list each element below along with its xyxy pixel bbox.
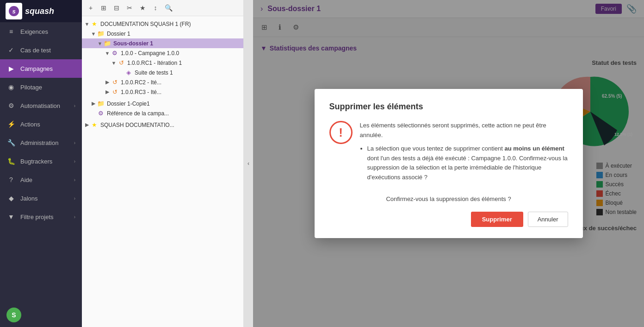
toggle-campagne100: ▼ [104,50,111,56]
node-label-reference: Référence de la campa... [107,110,169,117]
modal-bullet: La sélection que vous tentez de supprime… [367,144,568,182]
sidebar-item-bugtrackers[interactable]: 🐛 Bugtrackers › [0,152,82,170]
star-icon-root: ★ [90,20,99,27]
filtre-projets-icon: ▼ [6,212,16,221]
sidebar-item-pilotage[interactable]: ◉ Pilotage [0,78,82,96]
modal-text: Les éléments sélectionnés seront supprim… [360,121,568,186]
node-label-suite1: Suite de tests 1 [135,69,173,76]
tree-panel: + ⊞ ⊟ ✂ ★ ↕ 🔍 ▼ ★ DOCUMENTATION SQUASH 1… [82,0,244,327]
star-icon-squash: ★ [90,121,99,128]
modal-title: Supprimer les éléments [329,102,568,112]
tree-node-iter2[interactable]: ▶ ↺ 1.0.0.RC2 - Ité... [82,77,243,87]
tree-toolbar: + ⊞ ⊟ ✂ ★ ↕ 🔍 [82,0,243,16]
node-label-iter3: 1.0.0.RC3 - Ité... [121,89,161,95]
bugtrackers-icon: 🐛 [6,157,16,166]
right-panel: › Sous-dossier 1 Favori 📎 ⊞ ℹ ⚙ ▼ Statis… [253,0,644,327]
iteration-icon-1: ↺ [117,59,125,66]
campagnes-icon: ▶ [6,64,16,73]
main-area: + ⊞ ⊟ ✂ ★ ↕ 🔍 ▼ ★ DOCUMENTATION SQUASH 1… [82,0,644,327]
pilotage-icon: ◉ [6,82,16,92]
tree-sort-icon[interactable]: ↕ [150,3,161,13]
sidebar: s squash ≡ Exigences ✓ Cas de test ▶ Cam… [0,0,82,327]
collapse-button[interactable]: ‹ [244,0,253,327]
node-label-squash-doc: SQUASH DOCUMENTATIO... [100,122,174,128]
modal-confirm: Confirmez-vous la suppression des élémen… [329,195,568,202]
node-label-iter2: 1.0.0.RC2 - Ité... [121,79,161,86]
tree-node-dossier1copie[interactable]: ▶ 📁 Dossier 1-Copie1 [82,99,243,108]
modal-body: ! Les éléments sélectionnés seront suppr… [329,121,568,186]
modal-cancel-button[interactable]: Annuler [528,212,568,227]
node-label-iter1: 1.0.0.RC1 - Itération 1 [127,60,182,66]
sidebar-logo: s squash [0,0,82,22]
logo-text: squash [25,6,54,16]
modal-bullet-bold: au moins un élément [505,145,564,152]
tree-node-reference[interactable]: ⚙ Référence de la campa... [82,108,243,118]
iteration-icon-2: ↺ [111,79,119,86]
avatar[interactable]: S [6,308,21,322]
toggle-sous-dossier1: ▼ [97,41,103,46]
modal-bullet-text: La sélection que vous tentez de supprime… [367,145,505,152]
sidebar-item-actions[interactable]: ⚡ Actions [0,115,82,133]
exigences-icon: ≡ [6,27,16,36]
tree-node-iter1[interactable]: ▼ ↺ 1.0.0.RC1 - Itération 1 [82,58,243,68]
tree-node-iter3[interactable]: ▶ ↺ 1.0.0.RC3 - Ité... [82,87,243,97]
folder-icon-sous-dossier1: 📁 [103,40,111,47]
bugtrackers-arrow: › [74,159,75,164]
tree-node-campagne100[interactable]: ▼ ⚙ 1.0.0 - Campagne 1.0.0 [82,48,243,58]
tree-star-icon[interactable]: ★ [137,3,148,13]
svg-text:s: s [12,8,15,15]
node-label-dossier1copie: Dossier 1-Copie1 [107,101,150,107]
administration-arrow: › [74,140,75,145]
modal-intro: Les éléments sélectionnés seront supprim… [360,122,546,138]
administration-icon: 🔧 [6,138,16,147]
automatisation-arrow: › [74,103,75,108]
tree-cut-icon[interactable]: ⊟ [111,3,122,13]
modal-actions: Supprimer Annuler [329,212,568,227]
sidebar-item-campagnes[interactable]: ▶ Campagnes [0,59,82,78]
modal-overlay: Supprimer les éléments ! Les éléments sé… [253,0,644,327]
tree-node-sous-dossier1[interactable]: ▼ 📁 Sous-dossier 1 [82,38,243,48]
sidebar-item-jalons[interactable]: ◆ Jalons › [0,189,82,208]
logo-icon: s [6,3,22,19]
toggle-iter3: ▶ [104,89,111,95]
node-label-sous-dossier1: Sous-dossier 1 [113,40,153,47]
node-label-root: DOCUMENTATION SQUASH 1 (FR) [100,21,191,27]
tree-add-icon[interactable]: + [86,3,96,13]
modal-delete-button[interactable]: Supprimer [471,212,523,227]
tree-content: ▼ ★ DOCUMENTATION SQUASH 1 (FR) ▼ 📁 Doss… [82,16,243,327]
suite-icon-1: ◈ [124,69,133,76]
toggle-iter2: ▶ [104,79,111,85]
node-label-campagne100: 1.0.0 - Campagne 1.0.0 [121,50,179,57]
sidebar-item-filtre-projets[interactable]: ▼ Filtre projets › [0,208,82,226]
tree-node-root[interactable]: ▼ ★ DOCUMENTATION SQUASH 1 (FR) [82,19,243,29]
modal-dialog: Supprimer les éléments ! Les éléments sé… [315,89,583,238]
tree-node-squash-doc[interactable]: ▶ ★ SQUASH DOCUMENTATIO... [82,120,243,130]
node-label-dossier1: Dossier 1 [107,31,130,37]
tree-node-suite1[interactable]: ◈ Suite de tests 1 [82,68,243,77]
sidebar-item-aide[interactable]: ? Aide › [0,170,82,189]
toggle-dossier1: ▼ [90,31,97,37]
toggle-dossier1copie: ▶ [90,101,97,107]
tree-node-dossier1[interactable]: ▼ 📁 Dossier 1 [82,29,243,38]
sidebar-item-cas-de-test[interactable]: ✓ Cas de test [0,41,82,59]
sidebar-item-automatisation[interactable]: ⚙ Automatisation › [0,96,82,115]
sidebar-bottom: S [0,303,82,327]
campaign-icon-ref: ⚙ [97,110,105,117]
automatisation-icon: ⚙ [6,101,16,110]
aide-icon: ? [6,175,16,184]
sidebar-item-exigences[interactable]: ≡ Exigences [0,22,82,41]
tree-search-icon[interactable]: 🔍 [163,3,173,13]
actions-icon: ⚡ [6,119,16,129]
toggle-iter1: ▼ [111,60,117,66]
warning-icon: ! [329,121,353,144]
jalons-icon: ◆ [6,194,16,203]
toggle-squash-doc: ▶ [84,122,90,128]
cas-de-test-icon: ✓ [6,45,16,55]
folder-icon-dossier1: 📁 [97,30,105,37]
toggle-root: ▼ [84,21,90,27]
tree-delete-icon[interactable]: ✂ [124,3,135,13]
sidebar-item-administration[interactable]: 🔧 Administration › [0,133,82,152]
campaign-icon-100: ⚙ [111,50,119,57]
folder-icon-copie: 📁 [97,100,105,107]
tree-copy-icon[interactable]: ⊞ [99,3,109,13]
